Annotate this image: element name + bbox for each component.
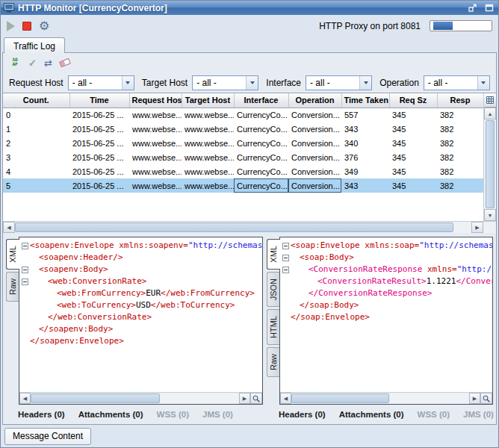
horizontal-scroll-thumb[interactable] (31, 393, 160, 403)
cell-resp: 382 (437, 122, 483, 136)
fold-collapse-icon[interactable] (282, 243, 289, 249)
cell-operation: Conversion... (288, 108, 341, 122)
code-line: <soapenv:Envelope xmlns:soapenv="http://… (19, 240, 262, 252)
response-inspector-headers[interactable]: Headers (0) (279, 410, 326, 419)
filter-combo-target-host[interactable]: - all - (192, 75, 258, 90)
proxy-progress-bar (430, 20, 492, 31)
float-panel-button[interactable] (466, 2, 479, 13)
filter-combo-operation[interactable]: - all - (424, 75, 490, 90)
content-types-check-icon[interactable]: ✓ (28, 58, 37, 68)
filter-combo-interface[interactable]: - all - (306, 75, 372, 90)
response-message-column: XMLJSONHTMLRaw<soap:Envelope xmlns:soap=… (267, 237, 493, 424)
response-inspector-wss[interactable]: WSS (0) (418, 410, 450, 419)
request-inspector-wss[interactable]: WSS (0) (157, 410, 189, 419)
scroll-left-icon[interactable]: ◀ (280, 393, 291, 404)
request-tab-raw[interactable]: Raw (6, 272, 19, 302)
request-inspector-headers[interactable]: Headers (0) (18, 410, 65, 419)
response-editor-hscrollbar[interactable]: ◀▶ (280, 392, 492, 404)
cell-resp: 382 (437, 178, 483, 193)
column-header-time-taken[interactable]: Time Taken (341, 93, 389, 108)
column-header-time[interactable]: Time (69, 93, 129, 108)
code-text: <web:ToCurrency>USD</web:ToCurrency> (30, 299, 235, 311)
response-inspector-attachments[interactable]: Attachments (0) (339, 410, 404, 419)
request-editor-hscrollbar[interactable]: ◀▶ (19, 392, 262, 404)
log-row-1[interactable]: 12015-06-25 ...www.webse...www.webse...C… (3, 122, 483, 136)
cell-time: 2015-06-25 ... (69, 136, 129, 150)
maximize-panel-button[interactable] (483, 2, 495, 13)
scroll-right-icon[interactable]: ▶ (239, 393, 250, 404)
cell-time-taken: 376 (341, 150, 389, 164)
code-line: </web:ConversionRate> (19, 311, 262, 323)
table-options-icon[interactable] (484, 93, 496, 108)
fold-collapse-icon[interactable] (22, 279, 28, 285)
zoom-magnifier-icon[interactable] (480, 393, 492, 404)
response-tab-xml[interactable]: XML (267, 239, 280, 270)
log-row-4[interactable]: 42015-06-25 ...www.webse...www.webse...C… (3, 164, 483, 178)
vertical-scroll-thumb[interactable] (486, 120, 495, 208)
message-area: XMLRaw<soapenv:Envelope xmlns:soapenv="h… (3, 233, 496, 424)
chevron-down-icon[interactable] (477, 76, 489, 90)
options-gear-icon[interactable]: ⚙ (39, 20, 49, 32)
scroll-left-icon[interactable]: ◀ (3, 222, 15, 233)
run-button[interactable] (7, 21, 15, 31)
log-row-3[interactable]: 32015-06-25 ...www.webse...www.webse...C… (3, 150, 483, 164)
fold-collapse-icon[interactable] (282, 255, 289, 261)
vtab-label: XML (8, 246, 17, 263)
fold-collapse-icon[interactable] (22, 267, 28, 273)
tab-message-content[interactable]: Message Content (4, 428, 91, 445)
cell-request-host: www.webse... (129, 164, 182, 178)
code-text: </soapenv:Envelope> (30, 335, 124, 347)
column-header-interface[interactable]: Interface (234, 93, 288, 108)
proxy-status-text: HTTP Proxy on port 8081 (319, 21, 421, 31)
bottom-tab-row: Message Content (1, 425, 498, 447)
request-inspectors: Headers (0)Attachments (0)WSS (0)JMS (0) (6, 405, 263, 424)
cell-time: 2015-06-25 ... (69, 122, 129, 136)
fold-gutter (19, 267, 30, 273)
horizontal-scroll-thumb[interactable] (291, 393, 389, 403)
column-header-request-host[interactable]: Request Host (129, 93, 182, 108)
scroll-left-icon[interactable]: ◀ (19, 393, 31, 404)
response-tab-json[interactable]: JSON (267, 272, 279, 307)
fold-collapse-icon[interactable] (22, 243, 28, 249)
filter-label-operation: Operation (379, 78, 419, 88)
stop-button[interactable] (22, 22, 31, 31)
column-header-resp[interactable]: Resp (437, 93, 483, 108)
response-inspector-jms[interactable]: JMS (0) (463, 410, 494, 419)
request-tab-xml[interactable]: XML (6, 239, 19, 270)
titlebar[interactable]: HTTP Monitor [CurrencyConvertor] (1, 1, 498, 15)
chevron-down-icon[interactable] (359, 76, 371, 90)
column-header-count[interactable]: Count. (3, 93, 69, 108)
request-xml-editor[interactable]: <soapenv:Envelope xmlns:soapenv="http://… (19, 237, 263, 405)
chevron-down-icon[interactable] (122, 76, 134, 90)
scroll-right-icon[interactable]: ▶ (469, 393, 480, 404)
response-tab-raw[interactable]: Raw (267, 347, 279, 377)
main-toolbar: ⚙ HTTP Proxy on port 8081 (1, 15, 498, 37)
clear-log-eraser-icon[interactable] (59, 58, 71, 68)
resend-request-icon[interactable]: ⇄ (44, 58, 52, 68)
column-header-target-host[interactable]: Target Host (182, 93, 234, 108)
chevron-down-icon[interactable] (246, 76, 258, 90)
scroll-down-icon[interactable]: ▼ (484, 209, 496, 221)
table-vertical-scrollbar[interactable]: ▲ ▼ (484, 108, 496, 221)
log-row-2[interactable]: 22015-06-25 ...www.webse...www.webse...C… (3, 136, 483, 150)
log-row-0[interactable]: 02015-06-25 ...www.webse...www.webse...C… (3, 108, 483, 122)
request-inspector-attachments[interactable]: Attachments (0) (78, 410, 143, 419)
response-xml-editor[interactable]: <soap:Envelope xmlns:soap="http://schema… (279, 237, 493, 405)
fold-collapse-icon[interactable] (282, 267, 289, 273)
scroll-up-icon[interactable]: ▲ (484, 108, 496, 119)
scroll-right-icon[interactable]: ▶ (471, 222, 483, 233)
zoom-magnifier-icon[interactable] (250, 393, 262, 404)
column-header-req-sz[interactable]: Req Sz (389, 93, 437, 108)
response-tab-html[interactable]: HTML (267, 309, 279, 345)
soap-filter-icon[interactable]: SOAP (9, 57, 21, 68)
cell-target-host: www.webse... (182, 150, 234, 164)
vtab-label: Raw (8, 279, 17, 295)
log-row-5[interactable]: 52015-06-25 ...www.webse...www.webse...C… (3, 178, 483, 193)
column-header-operation[interactable]: Operation (288, 93, 341, 108)
filter-combo-request-host[interactable]: - all - (68, 75, 134, 90)
combo-selected-value: - all - (193, 78, 246, 88)
table-horizontal-scrollbar[interactable]: ◀ ▶ (3, 222, 483, 233)
tab-traffic-log[interactable]: Traffic Log (4, 37, 65, 53)
horizontal-scroll-thumb[interactable] (15, 223, 453, 232)
request-inspector-jms[interactable]: JMS (0) (202, 410, 233, 419)
